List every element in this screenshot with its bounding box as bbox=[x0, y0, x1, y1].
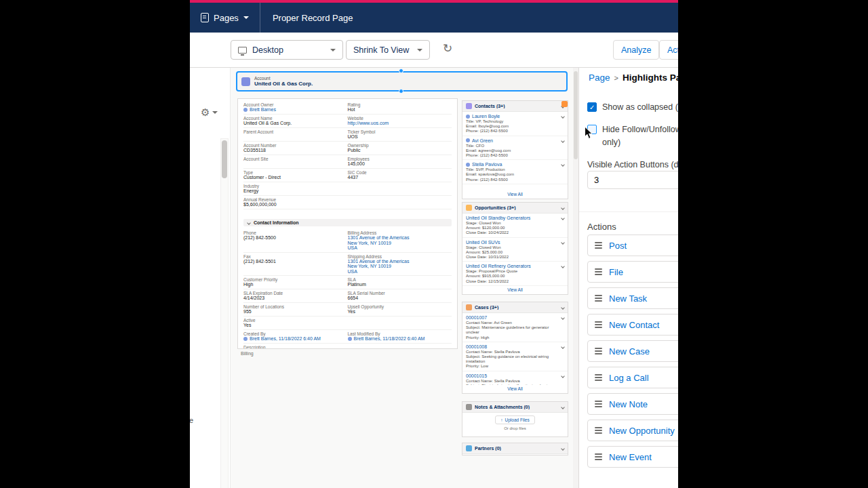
partners-related-list[interactable]: Partners (0) bbox=[462, 443, 568, 455]
drag-handle-icon[interactable] bbox=[595, 295, 602, 302]
checkbox-checked-icon[interactable] bbox=[587, 102, 597, 112]
section-header[interactable]: Contact Information bbox=[243, 219, 452, 226]
opportunities-related-list[interactable]: Opportunities (3+) United Oil Standby Ge… bbox=[462, 202, 568, 295]
zoom-selector[interactable]: Shrink To View bbox=[346, 40, 430, 60]
settings-gear-button[interactable]: ⚙ bbox=[197, 106, 222, 119]
drag-handle-icon[interactable] bbox=[595, 268, 602, 275]
partners-header[interactable]: Partners (0) bbox=[462, 443, 568, 454]
opportunities-view-all-link[interactable]: View All bbox=[462, 286, 568, 293]
field-value[interactable]: Brett Barnes, 11/18/2022 6:40 AM bbox=[348, 336, 448, 342]
record-name[interactable]: Stella Pavlova bbox=[472, 161, 502, 167]
drag-handle-icon[interactable] bbox=[595, 401, 602, 407]
cases-view-all-link[interactable]: View All bbox=[462, 385, 568, 392]
list-item[interactable]: United Oil Standby GeneratorsStage: Clos… bbox=[462, 214, 568, 238]
record-link[interactable]: United Oil SUVs bbox=[466, 239, 564, 245]
components-panel-scrollbar[interactable] bbox=[220, 138, 229, 488]
field-value[interactable]: 1301 Avenue of the AmericasNew York, NY … bbox=[348, 235, 448, 251]
field-value[interactable]: http://www.uos.com bbox=[348, 121, 448, 126]
address-line[interactable]: New York, NY 10019 bbox=[348, 264, 448, 269]
field-text: United Oil & Gas Corp. bbox=[243, 121, 292, 126]
action-item[interactable]: File bbox=[587, 261, 678, 283]
list-item[interactable]: 00001007Contact Name: Avi GreenSubject: … bbox=[462, 313, 568, 342]
action-item[interactable]: New Note bbox=[587, 393, 678, 415]
hide-follow-checkbox-row[interactable]: Hide Follow/Unfollow button (desktop onl… bbox=[587, 123, 678, 149]
scrollbar-thumb[interactable] bbox=[574, 71, 578, 159]
item-field[interactable]: Email: spavlova@uog.com bbox=[466, 172, 564, 177]
cases-related-list[interactable]: Cases (3+) 00001007Contact Name: Avi Gre… bbox=[462, 302, 568, 394]
contacts-related-list[interactable]: Contacts (3+) Lauren BoyleTitle: VP, Tec… bbox=[462, 100, 568, 199]
item-field[interactable]: Subject: Seeking guidance on electrical … bbox=[466, 354, 564, 364]
upload-files-button[interactable]: ↑ Upload Files bbox=[495, 415, 534, 424]
list-item[interactable]: United Oil Refinery GeneratorsStage: Pro… bbox=[462, 262, 568, 286]
pages-menu-button[interactable]: Pages bbox=[190, 3, 260, 33]
action-label: New Opportunity bbox=[609, 426, 675, 436]
drag-handle-icon[interactable] bbox=[595, 453, 602, 460]
drag-handle-icon[interactable] bbox=[595, 348, 602, 354]
record-name[interactable]: United Oil SUVs bbox=[466, 239, 500, 245]
record-detail-component[interactable]: Account OwnerBrett BarnesRatingHotAccoun… bbox=[237, 98, 458, 349]
action-item[interactable]: New Contact bbox=[587, 314, 678, 336]
address-line[interactable]: USA bbox=[348, 245, 448, 251]
record-name[interactable]: Avi Green bbox=[472, 138, 493, 144]
drag-handle-icon[interactable] bbox=[595, 242, 602, 249]
record-name[interactable]: United Oil Refinery Generators bbox=[466, 263, 531, 269]
list-item[interactable]: Stella PavlovaTitle: SVP, ProductionEmai… bbox=[462, 160, 568, 184]
selection-handle-bottom[interactable] bbox=[399, 89, 403, 94]
action-item[interactable]: Post bbox=[587, 235, 678, 256]
list-item[interactable]: Lauren BoyleTitle: VP, TechnologyEmail: … bbox=[462, 112, 568, 136]
record-name[interactable]: 00001015 bbox=[466, 373, 487, 379]
item-field[interactable]: Email: agreen@uog.com bbox=[466, 148, 564, 153]
record-link[interactable]: 00001015 bbox=[466, 373, 564, 379]
record-name[interactable]: 00001008 bbox=[466, 344, 487, 350]
address-line[interactable]: USA bbox=[348, 269, 448, 274]
record-link[interactable]: Stella Pavlova bbox=[466, 161, 564, 167]
record-name[interactable]: Lauren Boyle bbox=[472, 113, 500, 119]
breadcrumb-page-link[interactable]: Page bbox=[589, 73, 610, 83]
item-field: Contact Name: Stella Pavlova bbox=[466, 379, 564, 384]
drag-handle-icon[interactable] bbox=[595, 374, 602, 381]
action-item[interactable]: Log a Call bbox=[587, 367, 678, 388]
record-link[interactable]: Lauren Boyle bbox=[466, 113, 564, 119]
canvas-scrollbar[interactable] bbox=[573, 68, 578, 488]
field-value[interactable]: Brett Barnes bbox=[243, 107, 344, 113]
record-link[interactable]: United Oil Refinery Generators bbox=[466, 263, 564, 269]
list-item[interactable]: 00001008Contact Name: Stella PavlovaSubj… bbox=[462, 342, 568, 371]
record-name[interactable]: 00001007 bbox=[466, 314, 487, 321]
record-link[interactable]: 00001007 bbox=[466, 314, 564, 321]
address-line[interactable]: New York, NY 10019 bbox=[348, 241, 448, 246]
record-link[interactable]: United Oil Standby Generators bbox=[466, 215, 564, 221]
opportunities-header[interactable]: Opportunities (3+) bbox=[462, 203, 568, 214]
item-field[interactable]: Subject: Maintenance guidelines for gene… bbox=[466, 325, 564, 335]
activation-button[interactable]: Activation bbox=[659, 40, 678, 60]
selection-handle-top[interactable] bbox=[399, 68, 403, 73]
field-value[interactable]: Brett Barnes, 11/18/2022 6:40 AM bbox=[243, 336, 344, 342]
scrollbar-thumb[interactable] bbox=[222, 140, 227, 178]
contacts-view-all-link[interactable]: View All bbox=[462, 190, 568, 198]
field-value[interactable]: 1301 Avenue of the AmericasNew York, NY … bbox=[348, 259, 448, 274]
record-link[interactable]: 00001008 bbox=[466, 344, 564, 350]
device-selector[interactable]: Desktop bbox=[231, 40, 343, 60]
analyze-button[interactable]: Analyze bbox=[613, 40, 659, 60]
list-item[interactable]: Avi GreenTitle: CFOEmail: agreen@uog.com… bbox=[462, 136, 568, 161]
drag-handle-icon[interactable] bbox=[595, 427, 602, 434]
show-collapsed-checkbox-row[interactable]: Show as collapsed (desktop only) bbox=[587, 101, 678, 114]
contacts-header[interactable]: Contacts (3+) bbox=[462, 101, 568, 112]
notes-header[interactable]: Notes & Attachments (0) bbox=[462, 402, 568, 413]
address-line[interactable]: 1301 Avenue of the Americas bbox=[348, 235, 448, 241]
billing-section-label: Billing bbox=[241, 351, 254, 356]
address-line[interactable]: 1301 Avenue of the Americas bbox=[348, 259, 448, 264]
notes-attachments-related-list[interactable]: Notes & Attachments (0) ↑ Upload Files O… bbox=[462, 401, 568, 437]
action-item[interactable]: New Event bbox=[587, 446, 678, 468]
action-item[interactable]: New Case bbox=[587, 340, 678, 362]
record-name[interactable]: United Oil Standby Generators bbox=[466, 215, 530, 221]
visible-actions-input[interactable] bbox=[587, 171, 678, 189]
record-link[interactable]: Avi Green bbox=[466, 138, 564, 144]
drag-handle-icon[interactable] bbox=[595, 321, 602, 328]
action-item[interactable]: New Task bbox=[587, 287, 678, 309]
action-item[interactable]: New Opportunity bbox=[587, 420, 678, 441]
cases-header[interactable]: Cases (3+) bbox=[462, 302, 568, 313]
field-label: Customer Priority bbox=[243, 277, 344, 282]
refresh-icon[interactable]: ↻ bbox=[439, 41, 456, 56]
list-item[interactable]: United Oil SUVsStage: Closed WonAmount: … bbox=[462, 238, 568, 262]
item-field[interactable]: Email: lboyle@uog.com bbox=[466, 124, 564, 129]
